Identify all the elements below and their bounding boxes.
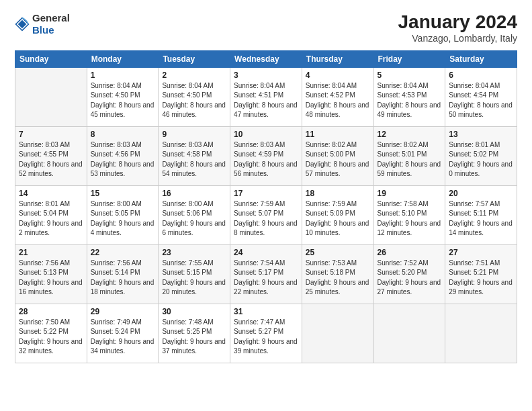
cell-sunrise: Sunrise: 7:56 AM xyxy=(91,259,142,267)
logo: General Blue xyxy=(15,12,70,36)
cell-daylight: Daylight: 9 hours and 0 minutes. xyxy=(449,161,513,178)
cell-w0-d3: 3Sunrise: 8:04 AMSunset: 4:51 PMDaylight… xyxy=(230,67,302,126)
cell-daylight: Daylight: 8 hours and 47 minutes. xyxy=(234,101,298,119)
cell-date-number: 26 xyxy=(378,248,442,257)
cell-sunrise: Sunrise: 8:04 AM xyxy=(449,82,500,89)
cell-date-number: 9 xyxy=(162,130,226,139)
page-title: January 2024 xyxy=(398,12,517,33)
cell-w3-d6: 27Sunrise: 7:51 AMSunset: 5:21 PMDayligh… xyxy=(445,244,517,304)
cell-w4-d3: 31Sunrise: 7:47 AMSunset: 5:27 PMDayligh… xyxy=(230,304,302,363)
cell-sunset: Sunset: 5:15 PM xyxy=(162,269,212,276)
cell-sunset: Sunset: 5:25 PM xyxy=(162,328,212,335)
cell-sunset: Sunset: 5:10 PM xyxy=(378,210,427,217)
cell-daylight: Daylight: 8 hours and 46 minutes. xyxy=(162,101,226,119)
cell-info-block: Sunrise: 7:56 AMSunset: 5:14 PMDaylight:… xyxy=(91,259,155,298)
logo-general-text: General xyxy=(32,12,70,24)
cell-daylight: Daylight: 8 hours and 53 minutes. xyxy=(91,161,154,178)
header-tuesday: Tuesday xyxy=(159,50,230,67)
cell-w2-d2: 16Sunrise: 8:00 AMSunset: 5:06 PMDayligh… xyxy=(159,185,230,244)
page: General Blue January 2024 Vanzago, Lomba… xyxy=(0,0,532,411)
cell-daylight: Daylight: 8 hours and 57 minutes. xyxy=(306,161,369,178)
cell-date-number: 10 xyxy=(234,130,298,139)
cell-date-number: 12 xyxy=(378,130,442,139)
cell-daylight: Daylight: 8 hours and 48 minutes. xyxy=(306,101,369,119)
cell-info-block: Sunrise: 8:02 AMSunset: 5:00 PMDaylight:… xyxy=(306,140,370,179)
cell-sunrise: Sunrise: 8:04 AM xyxy=(306,82,357,89)
cell-w1-d4: 11Sunrise: 8:02 AMSunset: 5:00 PMDayligh… xyxy=(302,126,373,185)
cell-daylight: Daylight: 9 hours and 8 minutes. xyxy=(234,220,298,237)
cell-daylight: Daylight: 9 hours and 34 minutes. xyxy=(91,338,154,355)
cell-info-block: Sunrise: 7:57 AMSunset: 5:11 PMDaylight:… xyxy=(449,199,513,238)
cell-w1-d1: 8Sunrise: 8:03 AMSunset: 4:56 PMDaylight… xyxy=(87,126,159,185)
cell-info-block: Sunrise: 8:04 AMSunset: 4:54 PMDaylight:… xyxy=(449,81,513,120)
cell-info-block: Sunrise: 8:04 AMSunset: 4:52 PMDaylight:… xyxy=(306,81,370,120)
cell-daylight: Daylight: 8 hours and 49 minutes. xyxy=(378,101,441,119)
cell-sunset: Sunset: 4:58 PM xyxy=(162,150,212,158)
cell-date-number: 16 xyxy=(162,189,226,198)
cell-info-block: Sunrise: 8:04 AMSunset: 4:50 PMDaylight:… xyxy=(162,81,226,120)
cell-date-number: 31 xyxy=(234,307,298,316)
cell-sunrise: Sunrise: 7:56 AM xyxy=(19,259,70,267)
cell-date-number: 4 xyxy=(306,71,370,80)
cell-info-block: Sunrise: 8:00 AMSunset: 5:05 PMDaylight:… xyxy=(91,199,155,238)
cell-date-number: 30 xyxy=(162,307,226,316)
header: General Blue January 2024 Vanzago, Lomba… xyxy=(15,12,517,44)
cell-w0-d5: 5Sunrise: 8:04 AMSunset: 4:53 PMDaylight… xyxy=(373,67,445,126)
cell-w0-d6: 6Sunrise: 8:04 AMSunset: 4:54 PMDaylight… xyxy=(445,67,517,126)
cell-sunrise: Sunrise: 7:59 AM xyxy=(306,200,357,208)
cell-sunrise: Sunrise: 7:58 AM xyxy=(378,200,429,208)
cell-daylight: Daylight: 9 hours and 27 minutes. xyxy=(378,279,441,296)
cell-date-number: 24 xyxy=(234,248,298,257)
cell-info-block: Sunrise: 7:51 AMSunset: 5:21 PMDaylight:… xyxy=(449,259,513,298)
cell-date-number: 2 xyxy=(162,71,226,80)
cell-info-block: Sunrise: 8:00 AMSunset: 5:06 PMDaylight:… xyxy=(162,199,226,238)
cell-date-number: 6 xyxy=(449,71,513,80)
cell-date-number: 7 xyxy=(19,130,83,139)
cell-w3-d2: 23Sunrise: 7:55 AMSunset: 5:15 PMDayligh… xyxy=(159,244,230,304)
cell-sunset: Sunset: 5:06 PM xyxy=(162,210,212,217)
cell-sunset: Sunset: 5:22 PM xyxy=(19,328,69,335)
cell-daylight: Daylight: 9 hours and 37 minutes. xyxy=(162,338,226,355)
cell-w4-d6 xyxy=(445,304,517,363)
cell-sunrise: Sunrise: 7:47 AM xyxy=(234,318,285,326)
logo-blue-text: Blue xyxy=(32,24,54,36)
cell-date-number: 8 xyxy=(91,130,155,139)
cell-info-block: Sunrise: 8:04 AMSunset: 4:53 PMDaylight:… xyxy=(378,81,442,120)
cell-sunrise: Sunrise: 8:03 AM xyxy=(19,141,70,148)
cell-sunset: Sunset: 4:52 PM xyxy=(306,91,355,99)
cell-daylight: Daylight: 9 hours and 10 minutes. xyxy=(306,220,369,237)
cell-sunrise: Sunrise: 7:49 AM xyxy=(91,318,142,326)
cell-daylight: Daylight: 9 hours and 22 minutes. xyxy=(234,279,298,296)
cell-sunset: Sunset: 4:51 PM xyxy=(234,91,283,99)
cell-w4-d5 xyxy=(373,304,445,363)
cell-date-number: 3 xyxy=(234,71,298,80)
cell-w2-d0: 14Sunrise: 8:01 AMSunset: 5:04 PMDayligh… xyxy=(15,185,87,244)
cell-sunrise: Sunrise: 7:48 AM xyxy=(162,318,213,326)
cell-info-block: Sunrise: 8:04 AMSunset: 4:51 PMDaylight:… xyxy=(234,81,298,120)
cell-daylight: Daylight: 9 hours and 4 minutes. xyxy=(91,220,154,237)
calendar-table: Sunday Monday Tuesday Wednesday Thursday… xyxy=(15,50,517,363)
header-saturday: Saturday xyxy=(445,50,517,67)
cell-sunset: Sunset: 4:55 PM xyxy=(19,150,69,158)
cell-info-block: Sunrise: 8:01 AMSunset: 5:04 PMDaylight:… xyxy=(19,199,83,238)
cell-info-block: Sunrise: 7:49 AMSunset: 5:24 PMDaylight:… xyxy=(91,318,155,357)
cell-date-number: 25 xyxy=(306,248,370,257)
cell-sunrise: Sunrise: 7:57 AM xyxy=(449,200,500,208)
cell-date-number: 1 xyxy=(91,71,155,80)
cell-sunset: Sunset: 5:13 PM xyxy=(19,269,69,276)
cell-daylight: Daylight: 9 hours and 12 minutes. xyxy=(378,220,441,237)
cell-date-number: 29 xyxy=(91,307,155,316)
cell-sunrise: Sunrise: 7:55 AM xyxy=(162,259,213,267)
cell-w4-d0: 28Sunrise: 7:50 AMSunset: 5:22 PMDayligh… xyxy=(15,304,87,363)
cell-daylight: Daylight: 8 hours and 59 minutes. xyxy=(378,161,441,178)
cell-w2-d1: 15Sunrise: 8:00 AMSunset: 5:05 PMDayligh… xyxy=(87,185,159,244)
cell-sunrise: Sunrise: 8:00 AM xyxy=(91,200,142,208)
cell-sunrise: Sunrise: 8:03 AM xyxy=(234,141,285,148)
cell-info-block: Sunrise: 7:59 AMSunset: 5:09 PMDaylight:… xyxy=(306,199,370,238)
cell-sunrise: Sunrise: 8:00 AM xyxy=(162,200,213,208)
cell-date-number: 14 xyxy=(19,189,83,198)
cell-info-block: Sunrise: 7:53 AMSunset: 5:18 PMDaylight:… xyxy=(306,259,370,298)
logo-text: General Blue xyxy=(32,12,70,36)
week-row-2: 7Sunrise: 8:03 AMSunset: 4:55 PMDaylight… xyxy=(15,126,517,185)
cell-sunrise: Sunrise: 7:50 AM xyxy=(19,318,70,326)
